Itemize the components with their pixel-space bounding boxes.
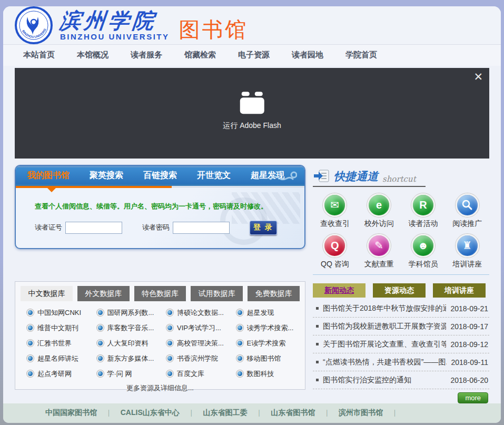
reader-id-input[interactable]: [65, 222, 122, 234]
db-link[interactable]: 学·问 网: [91, 367, 161, 381]
bullseye-icon: [236, 370, 243, 377]
people-icon: ☻: [411, 234, 435, 258]
news-more-button[interactable]: more: [458, 392, 488, 403]
square-bullet-icon: [316, 307, 319, 310]
tab-news[interactable]: 新闻动态: [313, 283, 365, 298]
square-bullet-icon: [316, 361, 319, 363]
shortcut-subject-librarian[interactable]: ☻ 学科馆员: [401, 234, 446, 269]
shortcut-reader-activity[interactable]: R 读者活动: [401, 193, 446, 229]
university-name-en: BINZHOU UNIVERSITY: [60, 32, 170, 41]
footer: 中国国家图书馆｜ CALIS山东省中心｜ 山东省图工委｜ 山东省图书馆｜ 滨州市…: [3, 403, 501, 423]
run-flash-button[interactable]: 运行 Adobe Flash: [223, 92, 281, 131]
magnifier-book-icon: [456, 193, 479, 217]
login-form: 读者证号 读者密码 登 录: [35, 221, 304, 235]
login-button[interactable]: 登 录: [250, 221, 277, 235]
reader-password-input[interactable]: [173, 222, 230, 234]
flash-plugin-icon: [240, 92, 264, 114]
db-link[interactable]: 百度文库: [160, 367, 230, 381]
db-link[interactable]: 博硕论文数据...: [160, 305, 230, 320]
bullseye-icon: [27, 324, 34, 331]
db-link[interactable]: 数图科技: [230, 367, 300, 381]
db-link[interactable]: 新东方多媒体...: [91, 351, 161, 366]
nav-item-catalog-search[interactable]: 馆藏检索: [184, 50, 216, 60]
shortcut-reading-promotion[interactable]: 阅读推广: [445, 193, 489, 229]
main-nav: 本站首页 本馆概况 读者服务 馆藏检索 电子资源 读者园地 学院首页: [3, 45, 501, 66]
db-link[interactable]: 国研网系列数...: [91, 305, 161, 320]
database-tabs: 中文数据库 外文数据库 特色数据库 试用数据库 免费数据库: [21, 286, 300, 301]
db-link[interactable]: 起点考研网: [21, 367, 91, 381]
tab-special-db[interactable]: 特色数据库: [134, 286, 186, 301]
tab-free-db[interactable]: 免费数据库: [248, 286, 300, 301]
more-resources-link[interactable]: 更多资源及详细信息...: [21, 383, 300, 393]
bullseye-icon: [97, 370, 104, 377]
content-row-top: 我的图书馆 聚英搜索 百链搜索 开世览文 超星发现 查看个人借阅信: [3, 165, 501, 275]
news-item[interactable]: 图书馆为我校新进教职工开展数字资源... 2018-09-17: [313, 318, 489, 335]
news-item[interactable]: “点燃读书热情，共建书香校园”——图... 2018-09-11: [313, 353, 489, 371]
footer-link-shandong-library-committee[interactable]: 山东省图工委: [203, 408, 247, 418]
tab-chinese-db[interactable]: 中文数据库: [21, 286, 73, 301]
db-link[interactable]: 书香滨州学院: [160, 351, 230, 366]
nav-item-reader-garden[interactable]: 读者园地: [292, 50, 323, 60]
db-link[interactable]: 读秀学术搜索...: [230, 321, 300, 335]
square-bullet-icon: [316, 343, 319, 345]
db-link[interactable]: 高校管理决策...: [160, 336, 230, 351]
news-item[interactable]: 图书馆关于2018年中秋节放假安排的通... 2018-09-21: [313, 300, 489, 318]
nav-item-about[interactable]: 本馆概况: [77, 50, 108, 60]
news-list: 图书馆关于2018年中秋节放假安排的通... 2018-09-21 图书馆为我校…: [313, 300, 489, 389]
castle-icon: ♜: [456, 234, 479, 258]
brand-block: 滨州学院 BINZHOU UNIVERSITY: [60, 10, 170, 41]
db-link[interactable]: 库客数字音乐...: [91, 321, 161, 335]
shortcut-offcampus-access[interactable]: e 校外访问: [357, 193, 401, 229]
tab-my-library[interactable]: 我的图书馆: [27, 170, 70, 181]
news-panel: 新闻动态 资源动态 培训讲座 图书馆关于2018年中秋节放假安排的通... 20…: [313, 281, 489, 403]
content-row-bottom: 中文数据库 外文数据库 特色数据库 试用数据库 免费数据库 中国知网CNKI 国…: [3, 281, 501, 403]
footer-link-shandong-library[interactable]: 山东省图书馆: [271, 408, 315, 418]
shortcut-title-zh: 快捷通道: [334, 169, 378, 184]
news-item[interactable]: 关于图书馆开展论文查重、查收查引等... 2018-09-12: [313, 335, 489, 353]
nav-item-e-resources[interactable]: 电子资源: [238, 50, 270, 60]
bullseye-icon: [27, 355, 34, 362]
db-link[interactable]: 汇雅书世界: [21, 336, 91, 351]
tab-bailian-search[interactable]: 百链搜索: [143, 170, 177, 181]
db-link[interactable]: VIP考试学习...: [160, 321, 230, 335]
db-link[interactable]: 维普中文期刊: [21, 321, 91, 335]
shortcut-grid: ✉ 查收查引 e 校外访问 R 读者活动 阅读推广: [313, 193, 489, 275]
shortcut-qq-consult[interactable]: Q QQ 咨询: [313, 234, 357, 269]
footer-link-calis-shandong[interactable]: CALIS山东省中心: [121, 408, 180, 418]
bullseye-icon: [236, 355, 243, 362]
login-area: 查看个人借阅信息、续借等。用户名、密码均为一卡通号，密码请及时修改。 读者证号 …: [16, 188, 304, 249]
shortcut-citation-check[interactable]: ✉ 查收查引: [313, 193, 357, 229]
db-link[interactable]: E读学术搜索: [230, 336, 300, 351]
tab-foreign-db[interactable]: 外文数据库: [77, 286, 130, 301]
shortcut-title-en: shortcut: [382, 174, 416, 184]
bullseye-icon: [166, 324, 173, 331]
bullseye-icon: [166, 355, 173, 362]
shortcut-training-lecture[interactable]: ♜ 培训讲座: [445, 234, 489, 269]
nav-item-reader-services[interactable]: 读者服务: [131, 50, 162, 60]
db-link[interactable]: 移动图书馆: [230, 351, 300, 366]
footer-link-national-library[interactable]: 中国国家图书馆: [45, 408, 97, 418]
db-link[interactable]: 中国知网CNKI: [21, 305, 91, 320]
tab-training[interactable]: 培训讲座: [433, 283, 486, 298]
bullseye-icon: [166, 340, 173, 347]
nav-item-university-home[interactable]: 学院首页: [345, 50, 377, 60]
nav-item-home[interactable]: 本站首页: [23, 50, 55, 60]
db-link[interactable]: 人大复印资料: [91, 336, 161, 351]
tab-kaishi-lanwen[interactable]: 开世览文: [197, 170, 231, 181]
bullseye-icon: [236, 340, 243, 347]
tab-juying-search[interactable]: 聚英搜索: [90, 170, 123, 181]
footer-link-binzhou-city-library[interactable]: 滨州市图书馆: [339, 408, 383, 418]
db-link[interactable]: 超星发现: [230, 305, 300, 320]
bullseye-icon: [166, 370, 173, 377]
news-item[interactable]: 图书馆实行治安监控的通知 2018-06-20: [313, 371, 489, 389]
bullseye-icon: [97, 324, 104, 331]
bullseye-icon: [27, 309, 34, 316]
db-link[interactable]: 超星名师讲坛: [21, 351, 91, 366]
tab-trial-db[interactable]: 试用数据库: [191, 286, 243, 301]
close-icon[interactable]: ✕: [473, 71, 483, 82]
database-links-grid: 中国知网CNKI 国研网系列数... 博硕论文数据... 超星发现 维普中文期刊…: [21, 305, 300, 381]
cloud-decoration-icon: [270, 171, 297, 183]
flash-banner-placeholder: ✕ 运行 Adobe Flash: [15, 68, 489, 159]
tab-resource-news[interactable]: 资源动态: [373, 283, 426, 298]
shortcut-plagiarism-check[interactable]: ✎ 文献查重: [357, 234, 401, 269]
